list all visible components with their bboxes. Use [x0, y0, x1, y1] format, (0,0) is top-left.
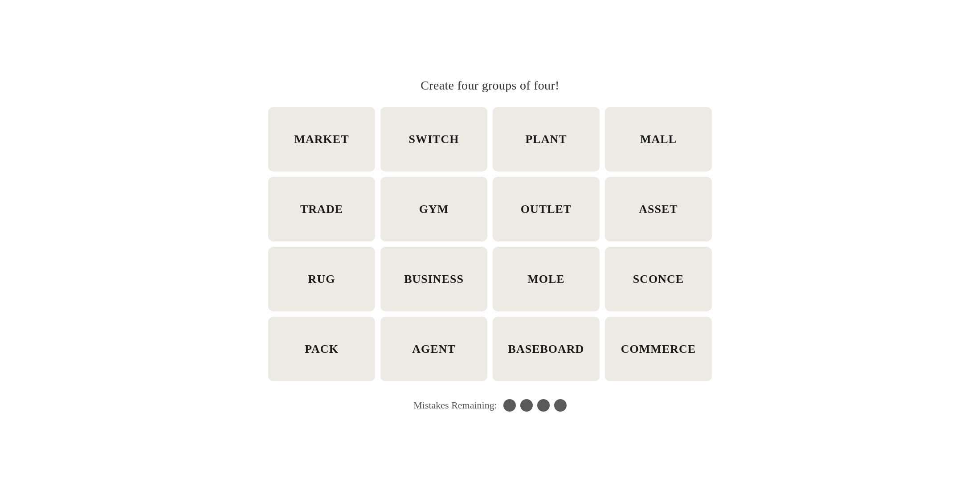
tile-label-baseboard: BASEBOARD — [508, 343, 584, 356]
tile-label-market: MARKET — [294, 133, 349, 146]
tile-rug[interactable]: RUG — [268, 247, 375, 311]
tile-commerce[interactable]: COMMERCE — [605, 317, 712, 381]
mistake-dot-4 — [554, 399, 567, 412]
tile-label-mall: MALL — [640, 133, 677, 146]
tile-label-trade: TRADE — [300, 203, 343, 216]
game-container: Create four groups of four! MARKETSWITCH… — [245, 78, 735, 412]
tile-label-switch: SWITCH — [409, 133, 459, 146]
tile-switch[interactable]: SWITCH — [380, 107, 487, 172]
tile-label-plant: PLANT — [525, 133, 567, 146]
tile-baseboard[interactable]: BASEBOARD — [493, 317, 600, 381]
tile-label-agent: AGENT — [412, 343, 455, 356]
word-grid: MARKETSWITCHPLANTMALLTRADEGYMOUTLETASSET… — [268, 107, 712, 381]
tile-asset[interactable]: ASSET — [605, 177, 712, 241]
mistake-dot-3 — [537, 399, 550, 412]
tile-label-gym: GYM — [419, 203, 449, 216]
tile-outlet[interactable]: OUTLET — [493, 177, 600, 241]
tile-label-pack: PACK — [305, 343, 339, 356]
tile-label-outlet: OUTLET — [521, 203, 572, 216]
tile-label-sconce: SCONCE — [633, 273, 684, 286]
tile-label-business: BUSINESS — [404, 273, 464, 286]
tile-mall[interactable]: MALL — [605, 107, 712, 172]
tile-sconce[interactable]: SCONCE — [605, 247, 712, 311]
tile-gym[interactable]: GYM — [380, 177, 487, 241]
tile-trade[interactable]: TRADE — [268, 177, 375, 241]
tile-plant[interactable]: PLANT — [493, 107, 600, 172]
tile-agent[interactable]: AGENT — [380, 317, 487, 381]
tile-label-asset: ASSET — [639, 203, 678, 216]
tile-label-rug: RUG — [308, 273, 335, 286]
tile-market[interactable]: MARKET — [268, 107, 375, 172]
tile-mole[interactable]: MOLE — [493, 247, 600, 311]
tile-label-mole: MOLE — [527, 273, 564, 286]
mistake-dot-1 — [503, 399, 516, 412]
mistakes-section: Mistakes Remaining: — [413, 399, 567, 412]
tile-business[interactable]: BUSINESS — [380, 247, 487, 311]
tile-label-commerce: COMMERCE — [621, 343, 696, 356]
mistake-dot-2 — [520, 399, 533, 412]
mistakes-label: Mistakes Remaining: — [413, 400, 497, 411]
tile-pack[interactable]: PACK — [268, 317, 375, 381]
instruction-text: Create four groups of four! — [421, 78, 559, 93]
mistakes-dots — [503, 399, 567, 412]
